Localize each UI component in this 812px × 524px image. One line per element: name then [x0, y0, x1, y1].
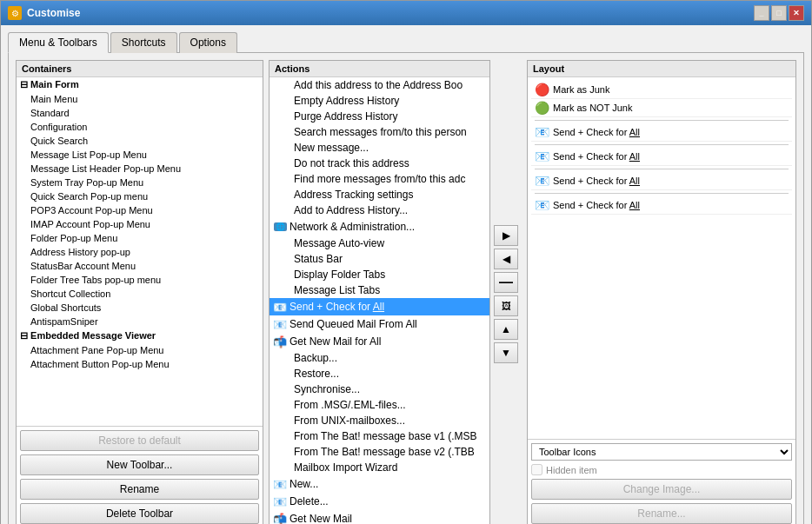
list-item[interactable]: Message List Pop-up Menu: [17, 148, 263, 162]
list-item[interactable]: IMAP Account Pop-up Menu: [17, 217, 263, 231]
list-item[interactable]: 🌐 Network & Administration...: [270, 218, 489, 235]
send-icon-2: 📧: [535, 149, 549, 163]
layout-separator: [535, 120, 789, 121]
restore-default-button[interactable]: Restore to default: [20, 430, 259, 451]
main-panels: Containers ⊟ Main Form Main Menu Standar…: [16, 60, 796, 524]
actions-header: Actions: [270, 61, 489, 77]
list-item[interactable]: Address Tracking settings: [270, 187, 489, 202]
layout-item-mark-not-junk: 🟢 Mark as NOT Junk: [531, 99, 792, 117]
tab-shortcuts[interactable]: Shortcuts: [110, 32, 177, 53]
list-item[interactable]: Add to Address History...: [270, 202, 489, 218]
list-item[interactable]: Standard: [17, 106, 263, 120]
list-item[interactable]: Quick Search Pop-up menu: [17, 189, 263, 203]
list-item[interactable]: 📬 Get New Mail: [270, 510, 489, 524]
list-item[interactable]: From .MSG/.EML-files...: [270, 397, 489, 413]
rename-toolbar-button[interactable]: Rename: [20, 479, 259, 500]
list-item[interactable]: 📧 Delete...: [270, 493, 489, 510]
new-toolbar-button[interactable]: New Toolbar...: [20, 454, 259, 475]
tab-options[interactable]: Options: [179, 32, 237, 53]
delete-icon: 📧: [273, 494, 287, 508]
containers-footer: Restore to default New Toolbar... Rename…: [17, 426, 263, 524]
list-item[interactable]: Message List Tabs: [270, 282, 489, 298]
list-item[interactable]: 📬 Get New Mail for All: [270, 333, 489, 350]
add-right-button[interactable]: ▶: [494, 225, 518, 246]
layout-footer-row-1: Toolbar Icons Text Only Icons Only: [531, 443, 792, 461]
list-item[interactable]: Status Bar: [270, 251, 489, 267]
list-item[interactable]: Message Auto-view: [270, 235, 489, 251]
actions-list[interactable]: Add this address to the Address Boo Empt…: [270, 77, 489, 524]
list-item[interactable]: AntispamSniper: [17, 315, 263, 328]
tab-content: Containers ⊟ Main Form Main Menu Standar…: [8, 52, 804, 524]
layout-footer: Toolbar Icons Text Only Icons Only Hidde…: [528, 439, 795, 524]
junk-red-icon: 🔴: [535, 83, 549, 96]
window-body: Menu & Toolbars Shortcuts Options Contai…: [1, 25, 811, 524]
separator-button[interactable]: —: [494, 272, 518, 293]
tab-menu-toolbars[interactable]: Menu & Toolbars: [8, 32, 109, 53]
list-item[interactable]: Add this address to the Address Boo: [270, 77, 489, 93]
list-item[interactable]: New message...: [270, 140, 489, 156]
list-item[interactable]: Synchronise...: [270, 381, 489, 397]
list-item[interactable]: Find more messages from/to this adc: [270, 171, 489, 187]
minimize-button[interactable]: _: [754, 5, 769, 21]
list-item[interactable]: 📧 New...: [270, 475, 489, 493]
list-item[interactable]: From The Bat! message base v2 (.TBB: [270, 444, 489, 460]
toolbar-style-select[interactable]: Toolbar Icons Text Only Icons Only: [531, 443, 792, 461]
list-item[interactable]: POP3 Account Pop-up Menu: [17, 203, 263, 217]
send-queued-icon: 📧: [273, 317, 287, 331]
list-item[interactable]: Attachment Pane Pop-up Menu: [17, 343, 263, 357]
list-item[interactable]: Restore...: [270, 366, 489, 381]
image-button[interactable]: 🖼: [494, 295, 518, 316]
containers-panel: Containers ⊟ Main Form Main Menu Standar…: [16, 60, 263, 524]
list-item[interactable]: Empty Address History: [270, 93, 489, 109]
list-item[interactable]: From The Bat! message base v1 (.MSB: [270, 428, 489, 444]
junk-green-icon: 🟢: [535, 101, 549, 115]
list-item-send-check[interactable]: 📧 Send + Check for All: [270, 298, 489, 315]
list-item[interactable]: ⊟ Main Form: [17, 77, 263, 92]
list-item[interactable]: Purge Address History: [270, 109, 489, 124]
list-item[interactable]: Shortcut Collection: [17, 287, 263, 301]
layout-item-send-4: 📧 Send + Check for All: [531, 196, 792, 215]
list-item[interactable]: System Tray Pop-up Menu: [17, 176, 263, 189]
send-icon-3: 📧: [535, 174, 549, 188]
list-item[interactable]: Folder Pop-up Menu: [17, 231, 263, 245]
list-item[interactable]: Display Folder Tabs: [270, 267, 489, 282]
list-item[interactable]: Configuration: [17, 120, 263, 134]
layout-footer-row-4: Rename...: [531, 503, 792, 524]
list-item[interactable]: 📧 Send Queued Mail From All: [270, 315, 489, 333]
list-item[interactable]: Message List Header Pop-up Menu: [17, 162, 263, 176]
containers-list[interactable]: ⊟ Main Form Main Menu Standard Configura…: [17, 77, 263, 426]
title-bar: ⚙ Customise _ □ ✕: [1, 1, 811, 25]
list-item[interactable]: Global Shortcuts: [17, 301, 263, 315]
close-button[interactable]: ✕: [789, 5, 804, 21]
list-item[interactable]: Do not track this address: [270, 156, 489, 171]
list-item[interactable]: Attachment Button Pop-up Menu: [17, 357, 263, 371]
list-item[interactable]: Main Menu: [17, 92, 263, 106]
change-image-button[interactable]: Change Image...: [531, 479, 792, 500]
list-item[interactable]: Folder Tree Tabs pop-up menu: [17, 273, 263, 287]
add-left-button[interactable]: ◀: [494, 249, 518, 269]
list-item[interactable]: ⊟ Embedded Message Viewer: [17, 328, 263, 343]
maximize-button[interactable]: □: [771, 5, 787, 21]
move-down-button[interactable]: ▼: [494, 342, 518, 363]
list-item[interactable]: From UNIX-mailboxes...: [270, 413, 489, 428]
get-mail-icon: 📬: [273, 335, 287, 348]
delete-toolbar-button[interactable]: Delete Toolbar: [20, 503, 259, 524]
layout-separator: [535, 193, 789, 194]
layout-item-send-3: 📧 Send + Check for All: [531, 172, 792, 190]
move-up-button[interactable]: ▲: [494, 319, 518, 340]
title-bar-left: ⚙ Customise: [8, 6, 80, 20]
send-icon: 📧: [273, 300, 287, 314]
containers-header: Containers: [17, 61, 263, 77]
layout-footer-row-2: Hidden item: [531, 464, 792, 475]
list-item[interactable]: Backup...: [270, 350, 489, 366]
main-window: ⚙ Customise _ □ ✕ Menu & Toolbars Shortc…: [0, 0, 812, 524]
list-item[interactable]: Search messages from/to this person: [270, 124, 489, 140]
layout-rename-button[interactable]: Rename...: [531, 503, 792, 524]
list-item[interactable]: Address History pop-up: [17, 245, 263, 259]
list-item[interactable]: Mailbox Import Wizard: [270, 460, 489, 475]
layout-list[interactable]: 🔴 Mark as Junk 🟢 Mark as NOT Junk 📧 Send…: [528, 77, 795, 439]
list-item[interactable]: Quick Search: [17, 134, 263, 148]
middle-buttons: ▶ ◀ — 🖼 ▲ ▼: [490, 60, 522, 524]
list-item[interactable]: StatusBar Account Menu: [17, 259, 263, 273]
hidden-item-checkbox[interactable]: [531, 464, 542, 475]
